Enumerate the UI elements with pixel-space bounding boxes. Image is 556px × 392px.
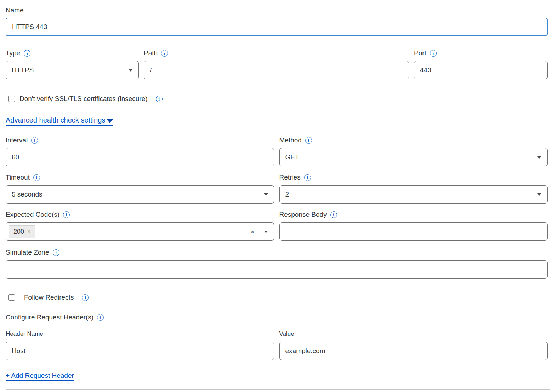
header-name-field: Header Name	[6, 330, 274, 360]
timeout-label: Timeout	[6, 174, 30, 181]
retries-field: Retries i 2	[279, 173, 548, 204]
info-icon[interactable]: i	[156, 96, 163, 102]
chevron-down-icon	[537, 193, 541, 196]
advanced-settings-link-label: Advanced health check settings	[6, 116, 105, 124]
info-icon[interactable]: i	[24, 50, 30, 57]
type-select-value: HTTPS	[12, 66, 34, 74]
simulate-zone-input[interactable]	[6, 260, 548, 279]
name-input[interactable]	[6, 18, 548, 36]
health-check-form: Name Type i HTTPS Path i Port i	[0, 0, 556, 390]
verify-ssl-label: Don't verify SSL/TLS certificates (insec…	[19, 95, 148, 103]
expected-codes-field: Expected Code(s) i 200 × ×	[6, 210, 274, 241]
interval-input[interactable]	[6, 148, 274, 166]
type-field: Type i HTTPS	[6, 49, 139, 79]
info-icon[interactable]: i	[330, 211, 337, 218]
info-icon[interactable]: i	[82, 294, 89, 301]
interval-field: Interval i	[6, 136, 274, 166]
info-icon[interactable]: i	[304, 174, 311, 181]
section-divider	[6, 389, 550, 390]
type-select[interactable]: HTTPS	[6, 61, 139, 79]
chevron-down-icon	[129, 69, 133, 72]
request-headers-section-label: Configure Request Header(s)	[6, 313, 93, 321]
chevron-down-icon	[264, 231, 268, 233]
chevron-down-icon	[264, 193, 268, 196]
timeout-select[interactable]: 5 seconds	[6, 185, 274, 204]
retries-label: Retries	[279, 174, 301, 181]
port-label: Port	[414, 49, 426, 57]
response-body-label: Response Body	[279, 211, 327, 218]
response-body-field: Response Body i	[279, 210, 548, 241]
info-icon[interactable]: i	[33, 174, 40, 181]
follow-redirects-label: Follow Redirects	[24, 294, 74, 301]
expected-codes-label: Expected Code(s)	[6, 211, 59, 218]
verify-ssl-checkbox[interactable]	[8, 96, 15, 102]
method-label: Method	[279, 136, 302, 144]
path-label: Path	[144, 49, 158, 57]
info-icon[interactable]: i	[305, 137, 312, 144]
method-field: Method i GET	[279, 136, 548, 166]
advanced-settings-link[interactable]: Advanced health check settings	[6, 116, 113, 126]
method-select-value: GET	[285, 153, 299, 161]
timeout-select-value: 5 seconds	[12, 191, 42, 198]
expected-codes-multiselect[interactable]: 200 × ×	[6, 222, 274, 241]
timeout-field: Timeout i 5 seconds	[6, 173, 274, 204]
info-icon[interactable]: i	[430, 50, 437, 57]
info-icon[interactable]: i	[97, 314, 104, 321]
remove-tag-icon[interactable]: ×	[27, 229, 30, 234]
request-header-row: Header Name Value	[6, 330, 548, 360]
header-value-label: Value	[279, 330, 548, 337]
info-icon[interactable]: i	[161, 50, 168, 57]
path-field: Path i	[144, 49, 409, 79]
info-icon[interactable]: i	[31, 137, 38, 144]
chevron-down-icon	[537, 156, 541, 159]
simulate-zone-label: Simulate Zone	[6, 249, 49, 256]
name-label: Name	[6, 6, 24, 14]
simulate-zone-field: Simulate Zone i	[6, 248, 548, 279]
expected-code-tag-value: 200	[13, 228, 24, 235]
header-value-input[interactable]	[279, 342, 548, 360]
header-name-label: Header Name	[6, 330, 274, 337]
info-icon[interactable]: i	[53, 249, 59, 256]
retries-select-value: 2	[285, 191, 289, 198]
response-body-input[interactable]	[279, 222, 548, 241]
method-select[interactable]: GET	[279, 148, 548, 166]
expected-code-tag: 200 ×	[9, 225, 35, 238]
type-label: Type	[6, 49, 20, 57]
info-icon[interactable]: i	[63, 211, 70, 218]
add-request-header-link[interactable]: + Add Request Header	[6, 372, 74, 381]
header-value-field: Value	[279, 330, 548, 360]
interval-label: Interval	[6, 136, 28, 144]
path-input[interactable]	[144, 61, 409, 79]
header-name-input[interactable]	[6, 342, 274, 360]
port-input[interactable]	[414, 61, 548, 79]
caret-down-icon	[107, 119, 113, 123]
follow-redirects-checkbox[interactable]	[8, 294, 15, 301]
clear-all-icon[interactable]: ×	[250, 228, 254, 235]
retries-select[interactable]: 2	[279, 185, 548, 204]
port-field: Port i	[414, 49, 548, 79]
